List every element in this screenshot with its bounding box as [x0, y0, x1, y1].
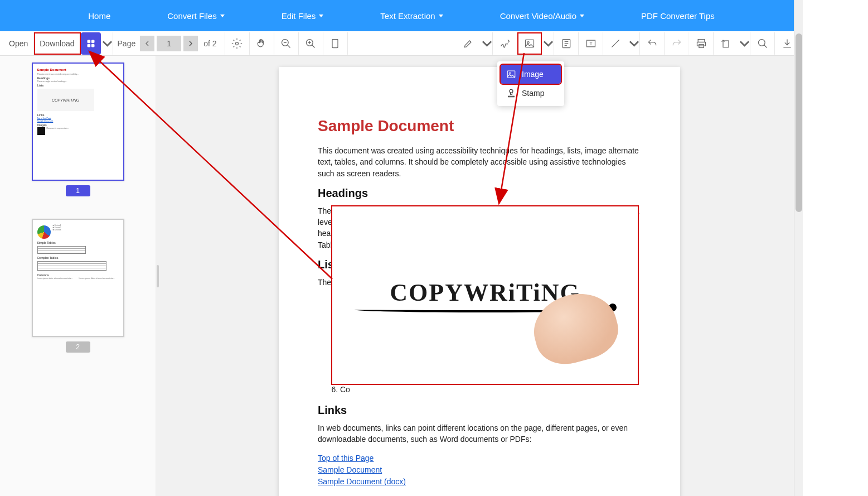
nav-pdf-tips[interactable]: PDF Converter Tips	[632, 11, 724, 21]
chevron-down-icon	[319, 15, 323, 17]
thumbnail-dropdown[interactable]	[101, 32, 113, 55]
vertical-scrollbar[interactable]	[794, 0, 803, 496]
thumbnail-label-2: 2	[66, 341, 90, 353]
page-navigation: Page of 2	[113, 32, 225, 55]
doc-title: Sample Document	[318, 117, 641, 135]
page-label: Page	[118, 39, 136, 48]
svg-rect-3	[91, 44, 94, 47]
svg-point-26	[758, 39, 765, 46]
link-top[interactable]: Top of this Page	[318, 452, 641, 464]
heading-links: Links	[318, 404, 641, 417]
download-button[interactable]: Download	[34, 32, 80, 55]
rotate-dropdown[interactable]	[738, 32, 750, 55]
single-page-button[interactable]	[323, 32, 348, 55]
svg-line-6	[288, 45, 290, 47]
highlight-dropdown[interactable]	[481, 32, 493, 55]
nav-edit-files[interactable]: Edit Files	[273, 11, 333, 21]
toolbar: Open Download Page of 2 T	[0, 31, 803, 56]
search-button[interactable]	[750, 32, 775, 55]
print-button[interactable]	[689, 32, 714, 55]
note-button[interactable]	[554, 32, 579, 55]
insert-dropdown: Image Stamp	[497, 61, 564, 106]
svg-point-29	[509, 73, 511, 74]
nav-convert-files[interactable]: Convert Files	[158, 11, 233, 21]
undo-button[interactable]	[640, 32, 665, 55]
line-dropdown[interactable]	[628, 32, 640, 55]
scrollbar-thumb[interactable]	[796, 33, 802, 212]
redo-button[interactable]	[665, 32, 689, 55]
thumbnail-panel: Sample Document This document was create…	[0, 56, 156, 496]
inserted-image-content: COPYWRiTiNG	[347, 229, 622, 362]
svg-rect-0	[88, 40, 90, 43]
svg-line-9	[312, 45, 315, 47]
svg-point-30	[510, 89, 513, 93]
chevron-down-icon	[220, 15, 225, 17]
chevron-down-icon	[580, 15, 584, 17]
thumbnail-view-button[interactable]	[81, 32, 101, 55]
prev-page-button[interactable]	[140, 36, 154, 51]
svg-rect-1	[91, 40, 94, 43]
insert-image-dropdown[interactable]	[542, 32, 554, 55]
nav-convert-video-audio[interactable]: Convert Video/Audio	[491, 11, 593, 21]
chevron-down-icon	[439, 15, 443, 17]
settings-button[interactable]	[225, 32, 250, 55]
doc-intro: This document was created using accessib…	[318, 145, 641, 179]
highlight-button[interactable]	[456, 32, 481, 55]
svg-line-21	[612, 40, 619, 47]
link-sample[interactable]: Sample Document	[318, 464, 641, 476]
panel-resize-handle[interactable]	[156, 56, 159, 496]
textbox-button[interactable]: T	[579, 32, 603, 55]
rotate-button[interactable]	[714, 32, 738, 55]
svg-rect-2	[88, 44, 90, 47]
nav-home[interactable]: Home	[79, 11, 119, 21]
p-links: In web documents, links can point differ…	[318, 422, 641, 445]
inserted-image-selection[interactable]: COPYWRiTiNG	[332, 206, 638, 384]
svg-point-14	[527, 41, 529, 43]
signature-button[interactable]	[493, 32, 517, 55]
thumbnail-label-1: 1	[66, 185, 90, 196]
pan-button[interactable]	[250, 32, 274, 55]
page-input[interactable]	[157, 36, 181, 51]
svg-line-27	[764, 45, 767, 47]
svg-rect-22	[698, 39, 705, 42]
svg-rect-23	[697, 42, 705, 46]
zoom-out-button[interactable]	[274, 32, 299, 55]
thumbnail-page-1[interactable]: Sample Document This document was create…	[32, 62, 124, 181]
thumbnail-page-2[interactable]: ■ Series1■ Series2■ Series3 Simple Table…	[32, 219, 124, 337]
svg-point-4	[236, 42, 239, 45]
insert-image-button[interactable]	[517, 32, 542, 55]
dropdown-item-stamp[interactable]: Stamp	[501, 84, 561, 103]
stamp-icon	[506, 88, 516, 98]
dropdown-item-image[interactable]: Image	[501, 65, 561, 84]
line-button[interactable]	[603, 32, 628, 55]
top-navigation: Home Convert Files Edit Files Text Extra…	[0, 0, 803, 31]
open-button[interactable]: Open	[3, 32, 34, 55]
zoom-in-button[interactable]	[299, 32, 323, 55]
page-total: of 2	[203, 39, 216, 48]
image-icon	[506, 69, 516, 79]
svg-text:T: T	[589, 41, 592, 46]
svg-rect-25	[723, 41, 729, 47]
heading-headings: Headings	[318, 187, 641, 200]
next-page-button[interactable]	[183, 36, 198, 51]
nav-text-extraction[interactable]: Text Extraction	[371, 11, 452, 21]
svg-rect-12	[332, 39, 338, 47]
link-sample-docx[interactable]: Sample Document (docx)	[318, 476, 641, 488]
